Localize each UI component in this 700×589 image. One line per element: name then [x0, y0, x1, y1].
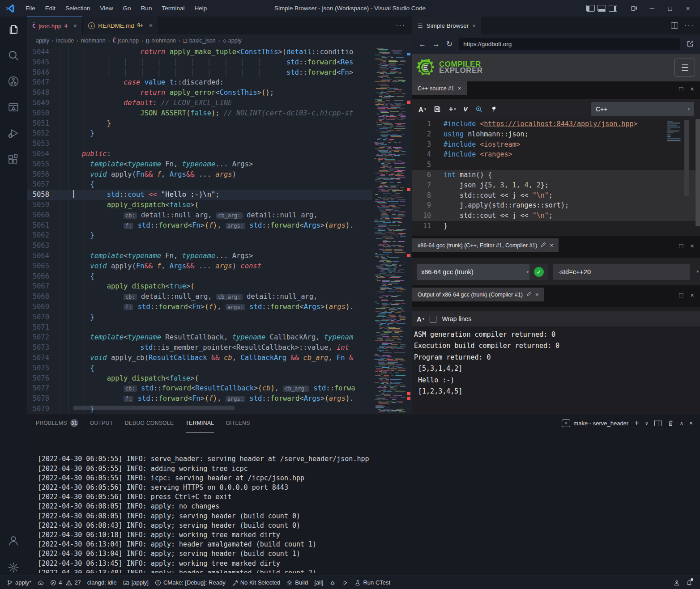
- status-cmake-debug[interactable]: [326, 580, 339, 586]
- kill-terminal-icon[interactable]: [667, 420, 674, 427]
- compiler-options-input[interactable]: -std=c++20: [553, 264, 690, 280]
- activity-search-icon[interactable]: [0, 42, 27, 68]
- activity-source-control-icon[interactable]: [0, 68, 27, 94]
- tab-README.md[interactable]: i README.md9+ ×: [83, 17, 158, 34]
- save-button[interactable]: [434, 106, 441, 113]
- maximize-pane-icon[interactable]: □: [679, 291, 683, 299]
- menu-help[interactable]: Help: [189, 5, 212, 12]
- compile-status[interactable]: ✓: [529, 264, 548, 280]
- breadcrumb-item[interactable]: nlohmann: [81, 38, 106, 44]
- url-input[interactable]: https://godbolt.org: [459, 38, 680, 50]
- close-icon[interactable]: ×: [550, 242, 553, 249]
- reload-icon[interactable]: ↻: [446, 39, 452, 49]
- breadcrumb-item[interactable]: C̈json.hpp: [112, 38, 139, 44]
- activity-extensions-icon[interactable]: [0, 146, 27, 172]
- open-external-icon[interactable]: [687, 40, 694, 49]
- close-icon[interactable]: ×: [535, 291, 539, 298]
- status-feedback[interactable]: [670, 580, 683, 586]
- breadcrumb-item[interactable]: include: [56, 38, 74, 44]
- status-cmake-launch[interactable]: [339, 580, 351, 586]
- add-pane-button[interactable]: +▾: [448, 105, 456, 114]
- customize-layout-icon[interactable]: [627, 3, 642, 14]
- chevron-down-icon[interactable]: ▾: [696, 269, 699, 274]
- font-size-button[interactable]: A▾: [418, 106, 426, 113]
- panel-tab-gitlens[interactable]: GITLENS: [226, 414, 250, 432]
- close-icon[interactable]: ×: [149, 22, 153, 29]
- output-tab[interactable]: Output of x86-64 gcc (trunk) (Compiler #…: [412, 288, 544, 301]
- vim-mode-button[interactable]: v: [464, 105, 468, 113]
- code-editor[interactable]: 5044 return apply_make_tuple<ConstThis>(…: [27, 47, 412, 414]
- panel-tab-terminal[interactable]: TERMINAL: [186, 414, 214, 432]
- menu-run[interactable]: Run: [136, 5, 157, 12]
- panel-tab-output[interactable]: OUTPUT: [90, 414, 113, 432]
- panel-tab-debug-console[interactable]: DEBUG CONSOLE: [125, 414, 174, 432]
- status-cmake-target[interactable]: [all]: [311, 579, 326, 586]
- close-pane-icon[interactable]: ×: [690, 85, 694, 93]
- compiler-select[interactable]: x86-64 gcc (trunk) ▾: [417, 264, 533, 280]
- source-tab[interactable]: C++ source #1 ×: [412, 81, 467, 95]
- status-cmake-status[interactable]: CMake: [Debug]: Ready: [152, 579, 229, 586]
- ce-editor-scrollbar[interactable]: [684, 120, 689, 196]
- browser-scrollbar[interactable]: [696, 119, 700, 226]
- status-cmake-build[interactable]: Build: [283, 579, 311, 586]
- menu-file[interactable]: File: [21, 5, 40, 12]
- minimap[interactable]: [372, 47, 405, 414]
- hamburger-menu-icon[interactable]: ☰: [674, 59, 695, 76]
- language-select[interactable]: C++ ▾: [591, 102, 694, 116]
- compiler-tab[interactable]: x86-64 gcc (trunk) (C++, Editor #1, Comp…: [412, 238, 559, 252]
- status-clangd-status[interactable]: clangd: idle: [84, 579, 120, 586]
- status-cmake-kit[interactable]: No Kit Selected: [229, 579, 284, 586]
- maximize-panel-icon[interactable]: ∧: [680, 420, 683, 426]
- maximize-pane-icon[interactable]: □: [679, 85, 683, 93]
- menu-selection[interactable]: Selection: [60, 5, 95, 12]
- status-problems-errors[interactable]: 427: [47, 579, 84, 586]
- cpp-insights-bird-icon[interactable]: [490, 106, 497, 113]
- forward-icon[interactable]: →: [432, 40, 440, 49]
- breadcrumb-item[interactable]: {}nlohmann: [146, 38, 176, 44]
- menu-go[interactable]: Go: [118, 5, 136, 12]
- activity-account-icon[interactable]: [0, 528, 27, 554]
- activity-test-window-icon[interactable]: [0, 94, 27, 120]
- terminal-dropdown-icon[interactable]: ∨: [645, 420, 649, 426]
- close-icon[interactable]: ×: [458, 85, 461, 92]
- close-button[interactable]: ×: [680, 3, 696, 14]
- minimize-button[interactable]: ─: [645, 3, 660, 14]
- menu-edit[interactable]: Edit: [40, 5, 60, 12]
- more-actions-icon[interactable]: ···: [684, 21, 694, 30]
- edit-icon[interactable]: [526, 291, 532, 298]
- new-terminal-icon[interactable]: +: [634, 419, 639, 428]
- maximize-button[interactable]: □: [662, 3, 678, 14]
- activity-debug-icon[interactable]: [0, 120, 27, 146]
- overview-ruler[interactable]: [405, 47, 412, 414]
- maximize-pane-icon[interactable]: □: [679, 242, 683, 250]
- close-panel-icon[interactable]: ×: [689, 420, 693, 427]
- split-terminal-icon[interactable]: [654, 420, 662, 426]
- compiler-explorer-logo[interactable]: COMPILER EXPLORER: [412, 58, 483, 77]
- editor-actions-icon[interactable]: ···: [396, 17, 412, 34]
- breadcrumb-item[interactable]: apply: [36, 38, 49, 44]
- terminal-output[interactable]: [2022-04-30 06:05:55] INFO: serve_header…: [38, 436, 696, 573]
- breadcrumb-item[interactable]: ◇apply: [222, 38, 241, 44]
- menu-view[interactable]: View: [95, 5, 118, 12]
- toggle-sidebar-icon[interactable]: [586, 5, 595, 12]
- breadcrumb-item[interactable]: ❏basic_json: [183, 38, 216, 44]
- wrap-lines-checkbox[interactable]: [430, 316, 436, 322]
- status-run-ctest[interactable]: Run CTest: [351, 579, 393, 586]
- simple-browser-tab[interactable]: ☰ Simple Browser ×: [412, 17, 481, 34]
- activity-files-icon[interactable]: [0, 17, 27, 42]
- close-pane-icon[interactable]: ×: [690, 291, 694, 299]
- toggle-secondary-sidebar-icon[interactable]: [609, 5, 617, 12]
- edit-icon[interactable]: [541, 242, 546, 249]
- status-active-folder[interactable]: [apply]: [120, 579, 152, 586]
- status-git-branch[interactable]: apply*: [4, 579, 34, 586]
- font-size-button[interactable]: A▾: [417, 315, 424, 323]
- back-icon[interactable]: ←: [418, 40, 426, 49]
- close-icon[interactable]: ×: [472, 22, 476, 29]
- toggle-panel-icon[interactable]: [598, 5, 606, 12]
- status-notifications[interactable]: [683, 580, 696, 586]
- tab-json.hpp[interactable]: C̈ json.hpp4 ×: [27, 17, 83, 35]
- horizontal-scrollbar[interactable]: [73, 406, 235, 410]
- menu-terminal[interactable]: Terminal: [157, 5, 189, 12]
- close-pane-icon[interactable]: ×: [690, 242, 694, 250]
- split-editor-icon[interactable]: [671, 22, 678, 29]
